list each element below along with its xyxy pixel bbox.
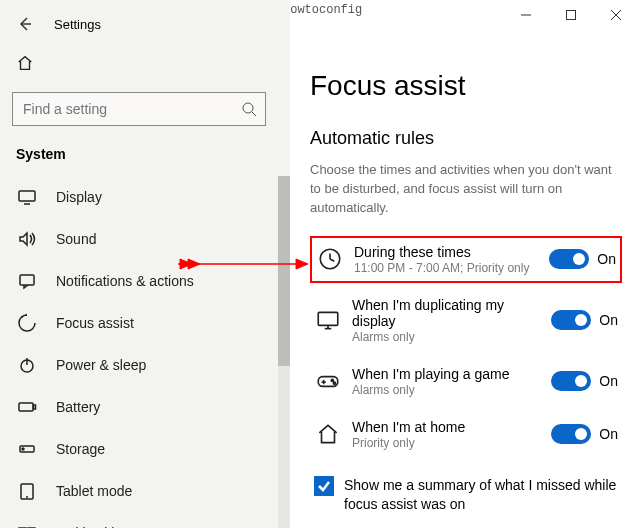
toggle-switch[interactable] — [551, 424, 591, 444]
toggle-label: On — [599, 373, 618, 389]
sidebar-item-label: Notifications & actions — [56, 273, 194, 289]
rule-text: During these times 11:00 PM - 7:00 AM; P… — [354, 244, 549, 275]
rule-subtitle: Alarms only — [352, 383, 551, 397]
rule-title: When I'm playing a game — [352, 366, 551, 382]
rule-text: When I'm duplicating my display Alarms o… — [352, 297, 551, 344]
rule-at-home[interactable]: When I'm at home Priority only On — [310, 411, 622, 458]
summary-row[interactable]: Show me a summary of what I missed while… — [310, 464, 622, 515]
page-title: Focus assist — [310, 70, 622, 102]
display-icon — [16, 186, 38, 208]
sidebar-item-tablet-mode[interactable]: Tablet mode — [0, 470, 290, 512]
rule-title: When I'm duplicating my display — [352, 297, 551, 329]
toggle-switch[interactable] — [551, 310, 591, 330]
search-input[interactable] — [12, 92, 266, 126]
toggle-label: On — [599, 426, 618, 442]
focus-icon — [16, 312, 38, 334]
back-button[interactable] — [12, 11, 38, 37]
clock-icon — [316, 245, 344, 273]
svg-rect-9 — [20, 275, 34, 285]
sidebar-item-label: Battery — [56, 399, 100, 415]
main-panel: Focus assist Automatic rules Choose the … — [290, 30, 638, 528]
toggle-label: On — [599, 312, 618, 328]
rule-playing-game[interactable]: When I'm playing a game Alarms only On — [310, 358, 622, 405]
sidebar: Settings System Dis — [0, 0, 290, 528]
multitasking-icon — [16, 522, 38, 528]
sidebar-item-sound[interactable]: Sound — [0, 218, 290, 260]
rule-toggle[interactable]: On — [551, 424, 618, 444]
rule-text: When I'm playing a game Alarms only — [352, 366, 551, 397]
sidebar-item-label: Storage — [56, 441, 105, 457]
summary-text: Show me a summary of what I missed while… — [344, 476, 618, 515]
svg-rect-13 — [34, 405, 36, 409]
home-icon — [16, 54, 34, 75]
nav-list: Display Sound Notifications & actions Fo… — [0, 176, 290, 528]
sound-icon — [16, 228, 38, 250]
rule-duplicating-display[interactable]: When I'm duplicating my display Alarms o… — [310, 289, 622, 352]
category-label: System — [0, 136, 290, 176]
rule-text: When I'm at home Priority only — [352, 419, 551, 450]
svg-line-23 — [330, 259, 334, 261]
search-row — [0, 86, 290, 136]
svg-rect-12 — [19, 403, 33, 411]
power-icon — [16, 354, 38, 376]
rule-title: When I'm at home — [352, 419, 551, 435]
svg-rect-7 — [19, 191, 35, 201]
sidebar-item-multitasking[interactable]: Multitasking — [0, 512, 290, 528]
rule-toggle[interactable]: On — [551, 310, 618, 330]
close-button[interactable] — [593, 0, 638, 30]
minimize-button[interactable] — [503, 0, 548, 30]
sidebar-header: Settings — [0, 6, 290, 42]
rule-toggle[interactable]: On — [551, 371, 618, 391]
monitor-icon — [314, 306, 342, 334]
rule-subtitle: 11:00 PM - 7:00 AM; Priority only — [354, 261, 549, 275]
maximize-button[interactable] — [548, 0, 593, 30]
storage-icon — [16, 438, 38, 460]
rule-toggle[interactable]: On — [549, 249, 616, 269]
svg-rect-24 — [318, 312, 338, 325]
rule-subtitle: Alarms only — [352, 330, 551, 344]
search-icon — [241, 101, 257, 120]
sidebar-item-power-sleep[interactable]: Power & sleep — [0, 344, 290, 386]
rule-subtitle: Priority only — [352, 436, 551, 450]
app-title: Settings — [54, 17, 101, 32]
svg-point-30 — [331, 379, 333, 381]
notifications-icon — [16, 270, 38, 292]
gamepad-icon — [314, 367, 342, 395]
toggle-switch[interactable] — [551, 371, 591, 391]
sidebar-item-label: Focus assist — [56, 315, 134, 331]
svg-point-31 — [333, 382, 335, 384]
svg-point-15 — [22, 448, 24, 450]
settings-window: °Howtoconfig Settings — [0, 0, 638, 528]
battery-icon — [16, 396, 38, 418]
svg-point-5 — [243, 103, 253, 113]
svg-line-6 — [252, 112, 256, 116]
window-controls — [503, 0, 638, 30]
sidebar-item-display[interactable]: Display — [0, 176, 290, 218]
sidebar-item-storage[interactable]: Storage — [0, 428, 290, 470]
search-field[interactable] — [21, 100, 257, 118]
rule-title: During these times — [354, 244, 549, 260]
sidebar-item-label: Sound — [56, 231, 96, 247]
sidebar-item-focus-assist[interactable]: Focus assist — [0, 302, 290, 344]
toggle-switch[interactable] — [549, 249, 589, 269]
section-title: Automatic rules — [310, 128, 622, 149]
sidebar-item-label: Display — [56, 189, 102, 205]
sidebar-item-notifications[interactable]: Notifications & actions — [0, 260, 290, 302]
rule-during-times[interactable]: During these times 11:00 PM - 7:00 AM; P… — [310, 236, 622, 283]
sidebar-item-label: Power & sleep — [56, 357, 146, 373]
section-description: Choose the times and activities when you… — [310, 161, 622, 218]
svg-rect-1 — [566, 11, 575, 20]
tablet-icon — [16, 480, 38, 502]
summary-checkbox[interactable] — [314, 476, 334, 496]
sidebar-item-battery[interactable]: Battery — [0, 386, 290, 428]
toggle-label: On — [597, 251, 616, 267]
home-button[interactable] — [0, 42, 290, 86]
home-icon — [314, 420, 342, 448]
sidebar-item-label: Tablet mode — [56, 483, 132, 499]
